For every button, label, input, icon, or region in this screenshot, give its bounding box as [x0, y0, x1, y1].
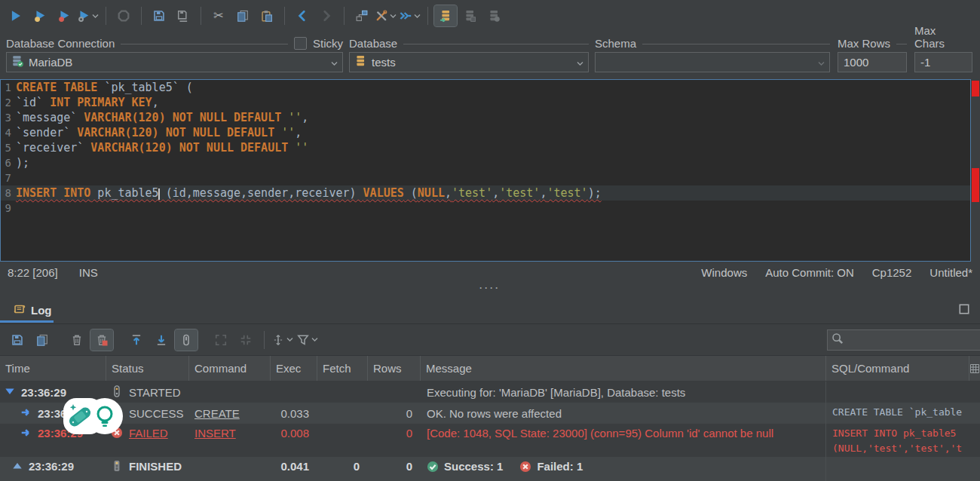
schema-select[interactable] — [595, 52, 830, 72]
auto-commit-button[interactable] — [434, 5, 457, 26]
log-cell-command[interactable]: INSERT — [188, 424, 270, 457]
save-button[interactable] — [148, 5, 170, 26]
editor-line: 1CREATE TABLE `pk_table5` ( — [1, 80, 970, 95]
log-row-finished[interactable]: 23:36:29FINISHED0.04100Success: 1Failed:… — [0, 457, 980, 481]
sql-token: (120) — [132, 111, 166, 124]
database-value: tests — [372, 56, 571, 69]
editor-line-code: `receiver` VARCHAR(120) NOT NULL DEFAULT… — [16, 140, 970, 155]
sticky-checkbox[interactable] — [294, 37, 307, 50]
error-mark[interactable] — [972, 81, 979, 97]
log-cell-command — [188, 381, 270, 403]
database-select[interactable]: tests — [349, 52, 589, 72]
log-column-header-rows[interactable]: Rows — [367, 356, 420, 381]
log-collapse-all-button[interactable] — [234, 329, 257, 351]
divider — [121, 44, 288, 44]
line-number: 4 — [1, 125, 16, 140]
log-scroll-bottom-button[interactable] — [150, 329, 173, 351]
tab-log[interactable]: Log — [0, 298, 64, 322]
log-column-header-exec[interactable]: Exec — [270, 356, 317, 381]
editor-line: 3`message` VARCHAR(120) NOT NULL DEFAULT… — [1, 110, 970, 125]
log-column-header-status[interactable]: Status — [106, 356, 188, 381]
log-status-label: FAILED — [129, 427, 168, 440]
sql-token — [84, 141, 90, 155]
panel-splitter[interactable]: ···· — [0, 283, 980, 296]
log-search-box[interactable] — [827, 329, 980, 351]
auto-commit-indicator: Auto Commit: ON — [765, 266, 854, 279]
log-cell-fetch — [317, 424, 367, 457]
log-cell-sql — [825, 457, 969, 481]
paste-button[interactable] — [256, 5, 278, 26]
editor-line-code — [16, 170, 970, 185]
log-cell-message: Success: 1Failed: 1 — [420, 457, 825, 481]
execute-button[interactable] — [5, 5, 27, 26]
explain-plan-button[interactable] — [351, 5, 373, 26]
sql-token: VARCHAR — [90, 141, 138, 155]
log-expand-all-button[interactable] — [210, 329, 232, 351]
expand-icon[interactable] — [20, 406, 32, 421]
database-icon — [354, 55, 366, 69]
save-as-button[interactable] — [172, 5, 194, 26]
log-column-header-command[interactable]: Command — [188, 356, 270, 381]
expand-icon[interactable] — [4, 385, 16, 400]
execute-current-button[interactable] — [29, 5, 51, 26]
sql-token: `sender` — [16, 126, 70, 139]
expand-icon[interactable] — [11, 460, 23, 474]
sql-token — [77, 111, 84, 124]
log-save-button[interactable] — [6, 329, 29, 351]
sql-token — [43, 96, 50, 109]
sql-token: VARCHAR — [77, 126, 124, 139]
rollback-button[interactable] — [482, 5, 505, 26]
maximize-panel-button[interactable] — [957, 302, 971, 316]
copy-button[interactable] — [231, 5, 254, 26]
stop-button[interactable] — [112, 5, 135, 26]
execute-options-button[interactable] — [77, 5, 100, 26]
log-filter-button[interactable] — [296, 329, 319, 351]
log-copy-button[interactable] — [31, 329, 54, 351]
editor-line-code: `message` VARCHAR(120) NOT NULL DEFAULT … — [16, 110, 970, 125]
connection-select[interactable]: MariaDB — [6, 52, 343, 72]
sql-editor[interactable]: 1CREATE TABLE `pk_table5` (2`id` INT PRI… — [0, 79, 971, 262]
expand-icon[interactable] — [20, 427, 32, 441]
error-mark[interactable] — [972, 168, 979, 202]
sql-token: NOT NULL DEFAULT — [166, 126, 275, 139]
log-tail-button[interactable] — [175, 329, 198, 351]
editor-line: 7 — [1, 170, 970, 185]
max-rows-input[interactable] — [838, 52, 907, 72]
log-cell-rows: 0 — [367, 424, 420, 457]
table-grid-icon[interactable] — [969, 356, 980, 381]
log-time: 23:36:29 — [29, 460, 74, 473]
log-search-input[interactable] — [844, 334, 980, 346]
log-clear-on-execute-button[interactable] — [90, 329, 113, 351]
editor-line: 8INSERT INTO pk_table5 (id,message,sende… — [1, 185, 970, 201]
editor-line: 2`id` INT PRIMARY KEY, — [1, 95, 970, 110]
log-row-failed[interactable]: 23:36:29FAILEDINSERT0.0080[Code: 1048, S… — [0, 424, 980, 457]
log-column-header-sql-command[interactable]: SQL/Command — [825, 356, 969, 381]
previous-statement-button[interactable] — [291, 5, 314, 26]
max-rows-label: Max Rows — [838, 37, 890, 50]
sql-tools-button[interactable] — [375, 5, 397, 26]
log-row-started[interactable]: 23:36:29STARTEDExecuting for: 'MariaDB' … — [0, 381, 980, 403]
main-toolbar: ✂ — [0, 0, 980, 32]
log-clear-button[interactable] — [66, 329, 88, 351]
log-column-header-message[interactable]: Message — [420, 356, 825, 381]
line-number: 2 — [1, 95, 16, 110]
cut-button[interactable]: ✂ — [207, 5, 230, 26]
log-scroll-top-button[interactable] — [125, 329, 148, 351]
next-statement-button[interactable] — [315, 5, 338, 26]
sql-token: VALUES — [363, 186, 404, 200]
log-row-success[interactable]: 23:36:29SUCCESSCREATE0.0330OK. No rows w… — [0, 403, 980, 424]
error-stripe[interactable] — [971, 79, 980, 262]
max-chars-input[interactable] — [914, 52, 972, 72]
log-column-header-fetch[interactable]: Fetch — [317, 356, 367, 381]
log-row-height-button[interactable] — [271, 329, 294, 351]
line-number: 8 — [1, 185, 16, 201]
continue-execute-button[interactable] — [399, 5, 421, 26]
commit-button[interactable] — [458, 5, 481, 26]
execute-buffer-button[interactable] — [53, 5, 75, 26]
line-number: 7 — [1, 170, 16, 185]
log-column-header-time[interactable]: Time — [0, 356, 106, 381]
log-status-label: STARTED — [129, 386, 181, 399]
log-cell-command[interactable]: CREATE — [188, 403, 270, 424]
editor-line: 4`sender` VARCHAR(120) NOT NULL DEFAULT … — [1, 125, 970, 140]
log-scroll-icon — [14, 303, 26, 317]
